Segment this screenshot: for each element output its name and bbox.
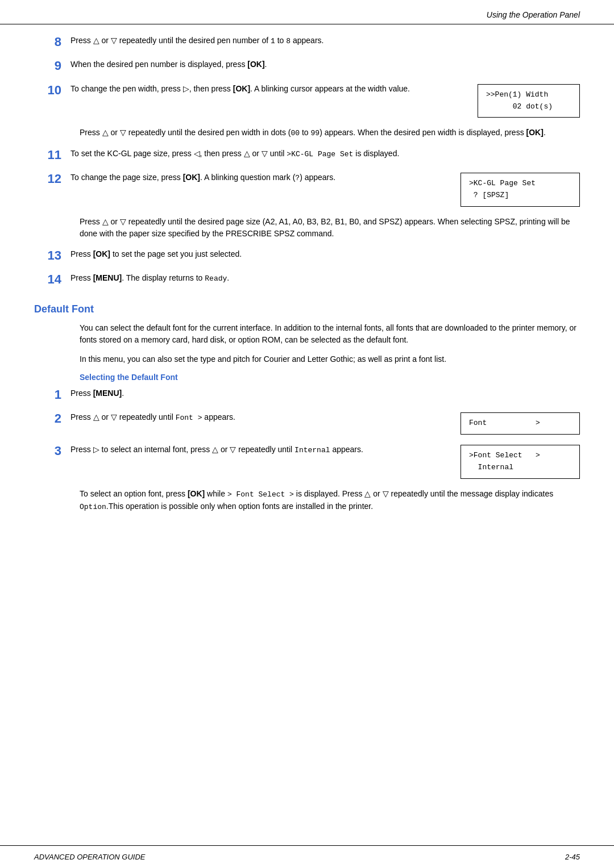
step-9-text: When the desired pen number is displayed… — [70, 59, 580, 70]
step-10-row: To change the pen width, press , then pr… — [70, 83, 580, 118]
section-heading-default-font: Default Font — [34, 303, 580, 315]
step-10-content: To change the pen width, press , then pr… — [70, 83, 580, 118]
default-font-desc2: In this menu, you can also set the type … — [80, 353, 580, 366]
sub-step-number-1: 1 — [34, 387, 70, 402]
step-12-main-text: To change the page size, press [OK]. A b… — [70, 172, 447, 184]
step-number-14: 14 — [34, 272, 70, 287]
triangle-down-icon — [262, 149, 268, 158]
triangle-up-icon — [93, 412, 99, 422]
triangle-up-icon — [102, 128, 109, 137]
step-14-text: Press [MENU]. The display returns to Rea… — [70, 272, 580, 285]
sub-step-3-main-text: Press to select an internal font, press … — [70, 444, 447, 456]
sub-step-3: 3 Press to select an internal font, pres… — [34, 444, 580, 479]
step-11-text: To set the KC-GL page size, press , then… — [70, 148, 580, 160]
step-12-sub: Press or repeatedly until the desired pa… — [80, 216, 580, 240]
step-number-13: 13 — [34, 248, 70, 263]
step-number-9: 9 — [34, 59, 70, 73]
footer-right: 2-45 — [565, 853, 580, 861]
triangle-down-icon — [111, 36, 117, 45]
triangle-down-icon — [111, 412, 117, 422]
step-12-row: To change the page size, press [OK]. A b… — [70, 172, 580, 207]
page-footer: ADVANCED OPERATION GUIDE 2-45 — [0, 845, 614, 868]
triangle-down-icon — [383, 489, 389, 498]
sub-section-heading-select: Selecting the Default Font — [80, 373, 580, 382]
triangle-right-icon — [183, 84, 189, 93]
sub-step-2: 2 Press or repeatedly until Font > appea… — [34, 411, 580, 435]
header-title: Using the Operation Panel — [487, 10, 580, 19]
sub-step-number-2: 2 — [34, 411, 70, 426]
page-header: Using the Operation Panel — [0, 0, 614, 24]
lcd-display-10: >>Pen(1) Width 02 dot(s) — [478, 84, 580, 118]
sub-step-number-3: 3 — [34, 444, 70, 458]
triangle-up-icon — [212, 445, 218, 454]
step-12-content: To change the page size, press [OK]. A b… — [70, 172, 580, 207]
step-number-8: 8 — [34, 35, 70, 49]
default-font-section: Default Font — [34, 303, 580, 315]
triangle-up-icon — [244, 149, 250, 158]
lcd-display-font: Font > — [460, 412, 580, 435]
triangle-down-icon — [230, 445, 236, 454]
lcd-display-12: >KC-GL Page Set ? [SPSZ] — [460, 173, 580, 207]
step-number-12: 12 — [34, 172, 70, 186]
step-10-main-text: To change the pen width, press , then pr… — [70, 83, 464, 95]
step-11: 11 To set the KC-GL page size, press , t… — [34, 148, 580, 162]
step-8: 8 Press or repeatedly until the desired … — [34, 35, 580, 49]
triangle-right-icon — [93, 445, 99, 454]
sub-step-2-main-text: Press or repeatedly until Font > appears… — [70, 411, 447, 424]
sub-step-3-sub: To select an option font, press [OK] whi… — [80, 488, 580, 513]
sub-step-3-content: Press to select an internal font, press … — [70, 444, 580, 479]
sub-step-2-content: Press or repeatedly until Font > appears… — [70, 411, 580, 435]
step-number-11: 11 — [34, 148, 70, 162]
sub-step-1-text: Press [MENU]. — [70, 387, 580, 399]
step-14: 14 Press [MENU]. The display returns to … — [34, 272, 580, 287]
main-content: 8 Press or repeatedly until the desired … — [0, 24, 614, 544]
triangle-down-icon — [120, 217, 126, 226]
lcd-display-font-select: >Font Select > Internal — [460, 445, 580, 479]
triangle-up-icon — [102, 217, 109, 226]
triangle-up-icon — [364, 489, 371, 498]
sub-step-3-row: Press to select an internal font, press … — [70, 444, 580, 479]
sub-step-1: 1 Press [MENU]. — [34, 387, 580, 402]
step-number-10: 10 — [34, 83, 70, 98]
triangle-left-icon — [194, 149, 200, 158]
step-8-text: Press or repeatedly until the desired pe… — [70, 35, 580, 47]
step-10-sub: Press or repeatedly until the desired pe… — [80, 127, 580, 139]
step-12: 12 To change the page size, press [OK]. … — [34, 172, 580, 207]
footer-left: ADVANCED OPERATION GUIDE — [34, 853, 146, 861]
page: Using the Operation Panel 8 Press or rep… — [0, 0, 614, 868]
default-font-desc1: You can select the default font for the … — [80, 322, 580, 347]
sub-step-2-row: Press or repeatedly until Font > appears… — [70, 411, 580, 435]
step-13: 13 Press [OK] to set the page set you ju… — [34, 248, 580, 263]
step-10: 10 To change the pen width, press , then… — [34, 83, 580, 118]
step-13-text: Press [OK] to set the page set you just … — [70, 248, 580, 260]
triangle-up-icon — [93, 36, 99, 45]
triangle-down-icon — [120, 128, 126, 137]
step-9: 9 When the desired pen number is display… — [34, 59, 580, 73]
